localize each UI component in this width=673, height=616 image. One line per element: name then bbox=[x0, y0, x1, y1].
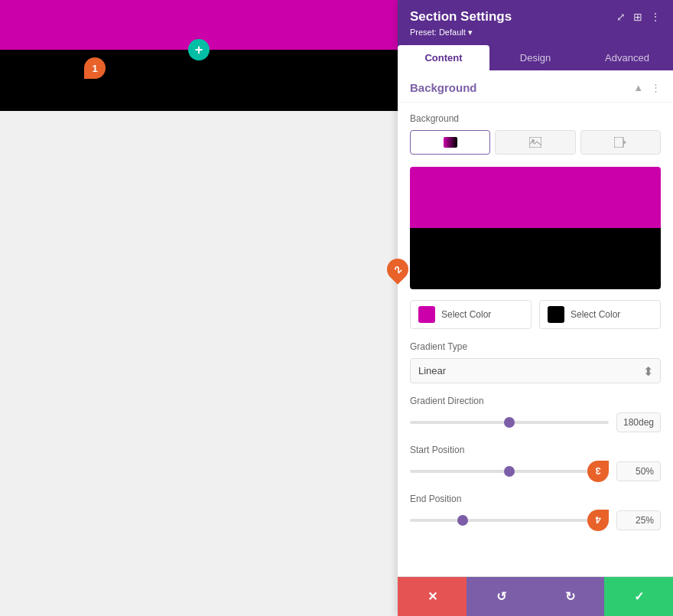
gradient-type-icon bbox=[444, 137, 457, 148]
color-label-1: Select Color bbox=[441, 309, 491, 320]
bg-type-image-button[interactable] bbox=[495, 130, 575, 155]
background-field-label: Background bbox=[410, 113, 661, 124]
panel-title: Section Settings bbox=[410, 9, 512, 24]
canvas-section-magenta: + 1 bbox=[0, 0, 398, 50]
tabs-container: Content Design Advanced bbox=[398, 45, 673, 70]
canvas-area: + 1 bbox=[0, 0, 398, 616]
tab-advanced[interactable]: Advanced bbox=[581, 45, 673, 70]
background-section-header: Background ▲ ⋮ bbox=[398, 70, 673, 103]
start-position-value: 50% bbox=[616, 461, 661, 481]
end-position-value: 25% bbox=[616, 510, 661, 530]
color-pickers-row: Select Color Select Color bbox=[410, 300, 661, 329]
background-type-field: Background bbox=[410, 113, 661, 155]
video-type-icon bbox=[614, 137, 626, 148]
bg-type-selector bbox=[410, 130, 661, 155]
add-section-button[interactable]: + bbox=[188, 39, 210, 60]
panel-preset: Preset: Default ▾ bbox=[410, 28, 661, 37]
columns-icon[interactable]: ⊞ bbox=[633, 11, 642, 23]
redo-button[interactable]: ↻ bbox=[535, 577, 604, 616]
svg-rect-3 bbox=[614, 137, 623, 148]
content-area: Background bbox=[398, 103, 673, 553]
tab-design[interactable]: Design bbox=[489, 45, 581, 70]
gradient-direction-slider[interactable] bbox=[410, 421, 609, 424]
bg-type-video-button[interactable] bbox=[580, 130, 661, 155]
more-options-icon[interactable]: ⋮ bbox=[650, 11, 661, 23]
color-picker-1[interactable]: Select Color bbox=[410, 300, 532, 329]
gradient-type-select[interactable]: Linear Radial Conic bbox=[410, 358, 661, 383]
color-label-2: Select Color bbox=[571, 309, 620, 320]
gradient-preview bbox=[410, 167, 661, 289]
bg-type-color-button[interactable] bbox=[410, 130, 490, 155]
undo-button[interactable]: ↺ bbox=[467, 577, 535, 616]
color-picker-2[interactable]: Select Color bbox=[539, 300, 661, 329]
image-type-icon bbox=[529, 137, 541, 148]
gradient-direction-slider-row: 180deg bbox=[410, 412, 661, 432]
gradient-type-label: Gradient Type bbox=[410, 341, 661, 352]
section-header-icons: ▲ ⋮ bbox=[633, 82, 661, 93]
gradient-direction-field: Gradient Direction 180deg bbox=[410, 396, 661, 432]
gradient-direction-label: Gradient Direction bbox=[410, 396, 661, 406]
end-position-slider-row: 4 25% bbox=[410, 510, 661, 530]
color-swatch-1 bbox=[418, 306, 435, 323]
color-swatch-2 bbox=[548, 306, 564, 323]
annotation-4: 4 bbox=[587, 510, 609, 531]
save-button[interactable]: ✓ bbox=[604, 577, 673, 616]
gradient-direction-value: 180deg bbox=[616, 412, 661, 432]
end-position-slider[interactable] bbox=[410, 519, 609, 522]
panel-header-icons: ⤢ ⊞ ⋮ bbox=[616, 11, 661, 23]
start-position-slider[interactable] bbox=[410, 470, 609, 473]
panel-body: Background ▲ ⋮ Background bbox=[398, 70, 673, 576]
panel-header: Section Settings ⤢ ⊞ ⋮ Preset: Default ▾ bbox=[398, 0, 673, 45]
end-position-field: End Position 4 25% bbox=[410, 494, 661, 530]
start-position-slider-row: 3 50% bbox=[410, 461, 661, 481]
expand-icon[interactable]: ⤢ bbox=[616, 11, 626, 23]
annotation-3: 3 bbox=[587, 461, 609, 482]
cancel-button[interactable]: ✕ bbox=[398, 577, 467, 616]
panel-header-top: Section Settings ⤢ ⊞ ⋮ bbox=[410, 9, 661, 24]
section-chevron-up-icon[interactable]: ▲ bbox=[633, 82, 643, 93]
background-section-title: Background bbox=[410, 81, 477, 94]
svg-rect-0 bbox=[444, 137, 457, 148]
start-position-field: Start Position 3 50% bbox=[410, 445, 661, 481]
end-position-label: End Position bbox=[410, 494, 661, 504]
gradient-type-field: Gradient Type Linear Radial Conic ⬍ bbox=[410, 341, 661, 383]
section-more-icon[interactable]: ⋮ bbox=[651, 82, 661, 93]
gradient-type-select-wrapper: Linear Radial Conic ⬍ bbox=[410, 358, 661, 383]
annotation-1: 1 bbox=[84, 57, 106, 79]
panel-footer: ✕ ↺ ↻ ✓ bbox=[398, 576, 673, 616]
start-position-label: Start Position bbox=[410, 445, 661, 455]
tab-content[interactable]: Content bbox=[398, 45, 489, 70]
settings-panel: Section Settings ⤢ ⊞ ⋮ Preset: Default ▾… bbox=[398, 0, 673, 616]
